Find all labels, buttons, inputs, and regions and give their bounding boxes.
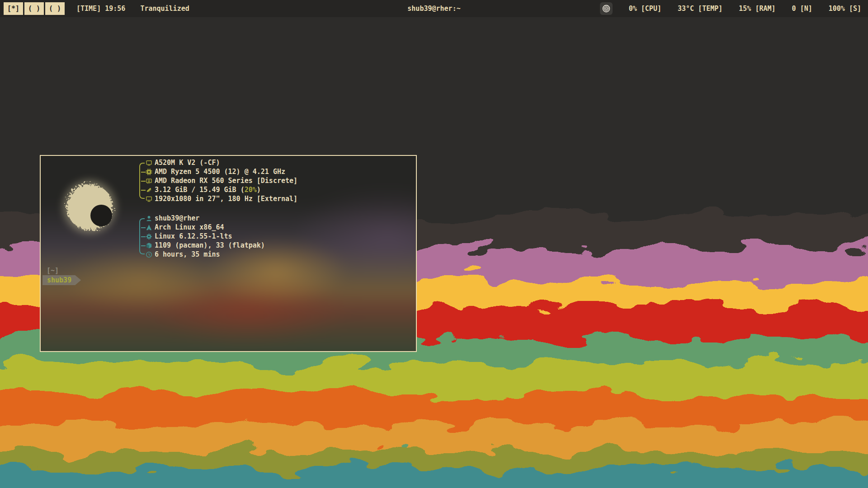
desktop: { "bar": { "workspaces": [ {"label": "[*… — [0, 0, 868, 488]
record-icon[interactable] — [600, 2, 613, 15]
workspace-button-1[interactable]: [*] — [4, 2, 23, 15]
clock-module: [TIME] 19:56 — [76, 5, 125, 13]
workspace-switcher: [*] ( ) ( ) [TIME] 19:56 Tranquilized — [4, 0, 189, 17]
fetch-line-memory: 3.12 GiB / 15.49 GiB (20%) — [146, 185, 261, 194]
packages-icon — [146, 242, 152, 249]
prompt-segment[interactable]: shub39 — [42, 275, 81, 285]
prompt-path: [~] — [47, 267, 59, 275]
arch-icon — [146, 224, 152, 231]
motherboard-icon — [146, 160, 152, 166]
fetch-line-os: Arch Linux x86_64 — [146, 223, 224, 232]
tree-bracket-hardware — [139, 163, 145, 199]
host-module: shub39@rher:~ — [407, 0, 460, 17]
music-module[interactable]: Tranquilized — [140, 5, 189, 13]
temp-module: 33°C [TEMP] — [678, 5, 722, 13]
status-bar: [*] ( ) ( ) [TIME] 19:56 Tranquilized sh… — [0, 0, 868, 17]
system-modules: 0% [CPU] 33°C [TEMP] 15% [RAM] 0 [N] 100… — [600, 0, 868, 17]
fetch-line-gpu: AMD Radeon RX 560 Series [Discrete] — [146, 176, 297, 185]
display-icon — [146, 196, 152, 202]
fetch-line-motherboard: A520M K V2 (-CF) — [146, 158, 220, 167]
memory-icon — [146, 187, 152, 193]
uptime-icon — [146, 251, 152, 258]
eclipse-logo — [51, 168, 128, 246]
storage-module: 100% [S] — [829, 5, 861, 13]
memory-percent: 20% — [245, 186, 257, 194]
cpu-module: 0% [CPU] — [629, 5, 661, 13]
fetch-line-cpu: AMD Ryzen 5 4500 (12) @ 4.21 GHz — [146, 167, 285, 176]
fetch-line-kernel: Linux 6.12.55-1-lts — [146, 232, 232, 241]
fetch-line-packages: 1109 (pacman), 33 (flatpak) — [146, 241, 265, 250]
kernel-icon — [146, 233, 152, 240]
cpu-icon — [146, 169, 152, 175]
user-icon — [146, 215, 152, 222]
workspace-button-2[interactable]: ( ) — [24, 2, 44, 15]
ram-module: 15% [RAM] — [739, 5, 775, 13]
network-module: 0 [N] — [792, 5, 812, 13]
tree-bracket-software — [139, 218, 145, 254]
fetch-line-display: 868x488 in 27", 180 Hz [External] — [146, 194, 297, 203]
workspace-button-3[interactable]: ( ) — [45, 2, 65, 15]
terminal-window[interactable]: A520M K V2 (-CF) AMD Ryzen 5 4500 (12) @… — [40, 155, 417, 352]
fetch-line-uptime: 6 hours, 35 mins — [146, 250, 220, 259]
fetch-line-user: shub39@rher — [146, 214, 199, 223]
gpu-icon — [146, 178, 152, 184]
